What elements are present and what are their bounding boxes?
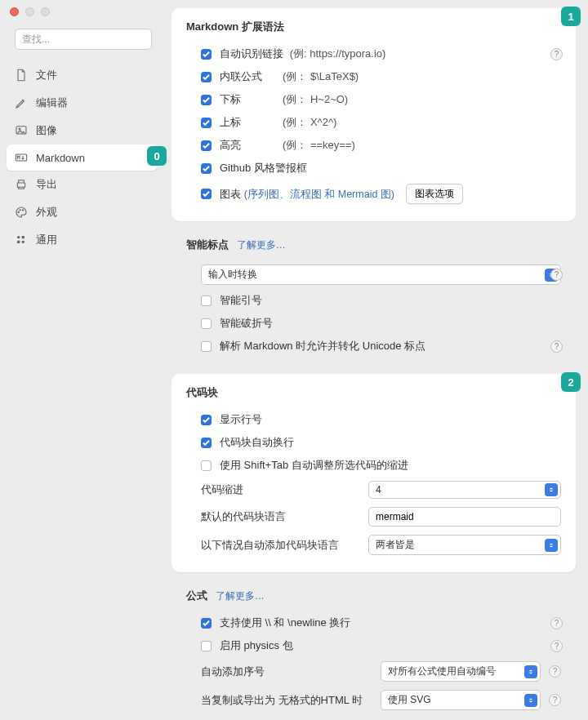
example-text: (例： ==key==) [283, 139, 355, 151]
auto-add-lang-select[interactable]: 两者皆是 [368, 535, 561, 555]
sidebar-item-file[interactable]: 文件 [7, 61, 157, 89]
checkbox-label: 代码块自动换行 [220, 435, 294, 450]
checkbox-autolink[interactable] [201, 49, 212, 60]
field-label: 代码缩进 [201, 482, 360, 497]
checkbox-label: 显示行号 [220, 412, 262, 427]
default-code-lang-input[interactable] [368, 507, 561, 527]
svg-point-7 [17, 236, 20, 238]
math-copy-format-select[interactable]: 使用 SVG [381, 690, 541, 710]
help-icon[interactable]: ? [550, 640, 563, 652]
field-label: 以下情况自动添加代码块语言 [201, 538, 360, 553]
sidebar: 文件 编辑器 图像 Markdown 0 导出 外观 [0, 0, 163, 720]
sidebar-item-label: 编辑器 [36, 96, 68, 110]
palette-icon [15, 206, 28, 219]
checkbox-label: 自动识别链接 [220, 47, 283, 60]
section-math: 公式 了解更多… 支持使用 \\ 和 \newline 换行 ? 启用 phys… [172, 584, 576, 719]
checkbox-inline-math[interactable] [201, 72, 212, 82]
checkbox-superscript[interactable] [201, 118, 212, 128]
field-label: 默认的代码块语言 [201, 509, 360, 524]
checkbox-smart-quotes[interactable] [201, 296, 212, 306]
example-text: (例: https://typora.io) [290, 47, 386, 60]
svg-point-6 [22, 210, 23, 211]
select-value: 输入时转换 [208, 268, 257, 282]
sidebar-item-markdown[interactable]: Markdown 0 [7, 144, 157, 171]
help-icon[interactable]: ? [550, 617, 563, 629]
help-icon[interactable]: ? [549, 694, 561, 706]
checkbox-physics-pkg[interactable] [201, 641, 212, 651]
print-icon [15, 178, 28, 191]
annotation-badge-2: 2 [561, 372, 581, 392]
section-md-extensions: 1 Markdown 扩展语法 自动识别链接 (例: https://typor… [172, 8, 576, 221]
sidebar-item-label: Markdown [36, 152, 85, 164]
learn-more-link[interactable]: 了解更多… [237, 239, 286, 251]
checkbox-label: 下标 [220, 92, 265, 107]
checkbox-line-numbers[interactable] [201, 415, 212, 425]
help-icon[interactable]: ? [549, 665, 561, 678]
sidebar-item-label: 外观 [36, 205, 57, 220]
checkbox-label: 上标 [220, 115, 265, 130]
example-text: (例： H~2~O) [283, 93, 348, 105]
svg-point-5 [20, 210, 20, 211]
sidebar-item-label: 通用 [36, 233, 57, 247]
checkbox-subscript[interactable] [201, 95, 212, 105]
checkbox-label: 智能引号 [220, 293, 262, 308]
section-code-fences: 2 代码块 显示行号 代码块自动换行 使用 Shift+Tab 自动调整所选代码… [172, 374, 576, 572]
sidebar-item-export[interactable]: 导出 [7, 171, 157, 198]
math-autonum-select[interactable]: 对所有公式使用自动编号 [381, 661, 541, 682]
chevron-updown-icon [524, 665, 537, 678]
search-input[interactable] [15, 29, 152, 50]
example-text: (例： X^2^) [283, 116, 336, 128]
convert-on-input-select[interactable]: 输入时转换 [201, 264, 561, 285]
grid-icon [15, 233, 28, 247]
select-value: 两者皆是 [376, 538, 415, 552]
svg-rect-3 [17, 183, 24, 187]
svg-point-1 [19, 128, 20, 130]
sidebar-item-label: 图像 [36, 123, 57, 138]
minimize-window-icon [25, 7, 34, 16]
help-icon[interactable]: ? [550, 340, 563, 353]
sidebar-item-label: 文件 [36, 68, 57, 82]
checkbox-label: 支持使用 \\ 和 \newline 换行 [220, 616, 350, 630]
markdown-icon [15, 151, 28, 164]
svg-point-4 [18, 211, 19, 212]
section-title: 代码块 [186, 385, 561, 400]
help-icon[interactable]: ? [550, 269, 563, 281]
pencil-icon [15, 96, 28, 109]
diagram-types-link[interactable]: (序列图、流程图 和 Mermaid 图) [244, 189, 394, 200]
svg-point-10 [22, 241, 24, 243]
sidebar-item-editor[interactable]: 编辑器 [7, 89, 157, 117]
file-icon [15, 69, 28, 82]
checkbox-github-alerts[interactable] [201, 163, 212, 174]
close-window-icon[interactable] [10, 7, 19, 16]
checkbox-smart-dashes[interactable] [201, 318, 212, 329]
annotation-badge-0: 0 [147, 146, 167, 166]
field-label: 当复制或导出为 无格式的HTML 时 [201, 693, 372, 708]
checkbox-highlight[interactable] [201, 140, 212, 151]
help-icon[interactable]: ? [550, 48, 563, 60]
sidebar-item-image[interactable]: 图像 [7, 117, 157, 144]
section-title: Markdown 扩展语法 [186, 20, 561, 34]
learn-more-link[interactable]: 了解更多… [216, 590, 265, 602]
checkbox-unicode-punct[interactable] [201, 341, 212, 352]
sidebar-item-general[interactable]: 通用 [7, 226, 157, 254]
checkbox-diagrams[interactable] [201, 189, 212, 199]
checkbox-label: 启用 physics 包 [220, 638, 293, 653]
select-value: 4 [376, 484, 381, 496]
content-area: 1 Markdown 扩展语法 自动识别链接 (例: https://typor… [163, 0, 588, 720]
checkbox-newline-break[interactable] [201, 618, 212, 629]
checkbox-label: 智能破折号 [220, 316, 273, 331]
example-text: (例： $\LaTeX$) [283, 70, 359, 82]
select-value: 对所有公式使用自动编号 [388, 664, 496, 678]
checkbox-label: 解析 Markdown 时允许并转化 Unicode 标点 [220, 339, 425, 353]
annotation-badge-1: 1 [561, 7, 581, 26]
sidebar-item-label: 导出 [36, 177, 57, 192]
checkbox-shift-tab-indent[interactable] [201, 460, 212, 471]
field-label: 自动添加序号 [201, 664, 372, 679]
checkbox-label: Github 风格警报框 [220, 161, 307, 176]
diagram-options-button[interactable]: 图表选项 [406, 184, 463, 204]
section-title: 公式 了解更多… [186, 589, 561, 603]
checkbox-wrap-code[interactable] [201, 438, 212, 448]
sidebar-item-appearance[interactable]: 外观 [7, 198, 157, 226]
select-value: 使用 SVG [388, 693, 431, 707]
code-indent-select[interactable]: 4 [368, 481, 561, 499]
